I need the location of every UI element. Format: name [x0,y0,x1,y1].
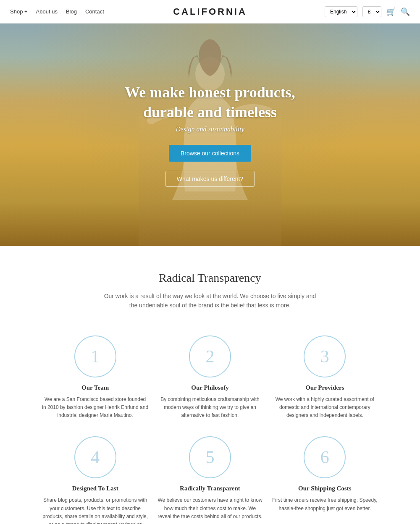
hero-content: We make honest products,durable and time… [125,83,295,187]
feature-title-2: Our Philosofy [157,384,263,391]
feature-desc-2: By combining meticulous craftsmanship wi… [157,396,263,420]
feature-circle-4: 4 [74,436,116,478]
nav-contact[interactable]: Contact [85,8,104,15]
hero-subtitle: Design and sustainability [125,126,295,133]
feature-circle-1: 1 [74,335,116,377]
feature-number-6: 6 [320,447,329,467]
brand-logo[interactable]: CALIFORNIA [173,6,247,17]
feature-circle-3: 3 [304,335,346,377]
nav-shop[interactable]: Shop + [10,8,28,15]
feature-number-2: 2 [205,346,214,367]
transparency-desc: Our work is a result of the way we look … [101,291,319,310]
feature-title-1: Our Team [42,384,148,391]
feature-3: 3 Our Providers We work with a highly cu… [272,335,378,420]
feature-circle-2: 2 [189,335,231,377]
feature-6: 6 Our Shipping Costs First time orders r… [272,436,378,524]
navbar: Shop + About us Blog Contact CALIFORNIA … [0,0,420,24]
language-selector[interactable]: English French [325,6,357,17]
feature-desc-3: We work with a highly curated assortment… [272,396,378,420]
feature-title-6: Our Shipping Costs [272,485,378,492]
feature-number-4: 4 [91,447,100,467]
nav-links: Shop + About us Blog Contact [10,8,104,15]
cart-icon[interactable]: 🛒 [386,7,396,16]
feature-title-3: Our Providers [272,384,378,391]
hero-title: We make honest products,durable and time… [125,83,295,122]
feature-desc-6: First time orders receive free shipping.… [272,496,378,512]
browse-collections-button[interactable]: Browse our collections [169,145,251,162]
what-makes-us-button[interactable]: What makes us different? [165,171,255,187]
feature-desc-4: Share blog posts, products, or promotion… [42,496,148,524]
feature-circle-5: 5 [189,436,231,478]
nav-blog[interactable]: Blog [66,8,77,15]
currency-selector[interactable]: £ $ € [362,6,381,17]
features-grid: 1 Our Team We are a San Francisco based … [25,327,395,524]
feature-desc-5: We believe our customers have a right to… [157,496,263,521]
feature-2: 2 Our Philosofy By combining meticulous … [157,335,263,420]
feature-4: 4 Designed To Last Share blog posts, pro… [42,436,148,524]
hero-section: We make honest products,durable and time… [0,24,420,246]
feature-5: 5 Radically Transparent We believe our c… [157,436,263,524]
feature-number-3: 3 [320,346,329,367]
hero-buttons: Browse our collections What makes us dif… [125,145,295,187]
nav-about[interactable]: About us [36,8,58,15]
feature-number-1: 1 [91,346,100,367]
feature-desc-1: We are a San Francisco based store found… [42,396,148,420]
feature-title-5: Radically Transparent [157,485,263,492]
search-icon[interactable]: 🔍 [401,7,410,16]
transparency-title: Radical Transparency [25,271,395,285]
feature-1: 1 Our Team We are a San Francisco based … [42,335,148,420]
feature-number-5: 5 [205,447,214,467]
nav-actions: English French £ $ € 🛒 🔍 [325,6,410,17]
transparency-section: Radical Transparency Our work is a resul… [0,246,420,524]
feature-title-4: Designed To Last [42,485,148,492]
feature-circle-6: 6 [304,436,346,478]
